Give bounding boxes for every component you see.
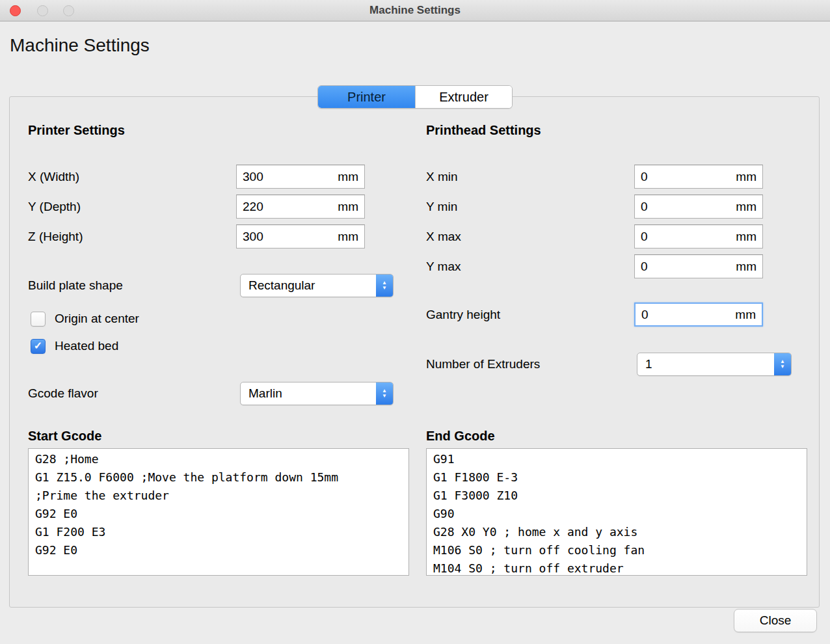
x-min-label: X min [426,165,458,189]
tab-bar: Printer Extruder [317,85,513,109]
x-width-input[interactable]: mm [236,165,365,189]
window-title-bar: Machine Settings [0,0,830,21]
gantry-height-value[interactable] [641,308,730,322]
y-min-label: Y min [426,195,457,219]
number-of-extruders-label: Number of Extruders [426,353,540,376]
x-width-value[interactable] [243,170,332,184]
build-plate-shape-label: Build plate shape [28,274,123,297]
start-gcode-heading: Start Gcode [28,429,101,444]
x-width-label: X (Width) [28,165,79,189]
unit-label: mm [736,170,756,184]
start-gcode-textarea[interactable]: G28 ;Home G1 Z15.0 F6000 ;Move the platf… [28,448,409,576]
unit-label: mm [338,170,358,184]
y-max-value[interactable] [641,260,730,274]
unit-label: mm [735,308,756,322]
tab-printer[interactable]: Printer [318,86,415,108]
unit-label: mm [338,200,358,214]
number-of-extruders-select[interactable]: 1 ▲ ▼ [637,353,792,376]
select-stepper[interactable]: ▲ ▼ [774,353,791,375]
heated-bed-row[interactable]: ✓ Heated bed [31,338,118,354]
x-max-label: X max [426,224,461,248]
y-max-input[interactable]: mm [634,254,763,278]
end-gcode-heading: End Gcode [426,429,495,444]
origin-at-center-checkbox[interactable] [31,312,46,327]
gantry-height-input[interactable]: mm [634,302,763,327]
x-min-input[interactable]: mm [634,165,763,189]
gcode-flavor-label: Gcode flavor [28,382,98,405]
y-max-label: Y max [426,254,461,278]
gcode-flavor-select[interactable]: Marlin ▲ ▼ [240,382,394,405]
chevron-down-icon: ▼ [382,286,387,291]
unit-label: mm [338,230,358,244]
window-title: Machine Settings [0,0,830,21]
z-height-label: Z (Height) [28,224,83,248]
y-min-input[interactable]: mm [634,195,763,219]
gantry-height-label: Gantry height [426,302,500,327]
select-stepper[interactable]: ▲ ▼ [376,382,393,405]
unit-label: mm [736,260,756,274]
settings-panel: Printer Settings X (Width) mm Y (Depth) … [9,96,820,608]
x-max-value[interactable] [641,230,730,244]
select-stepper[interactable]: ▲ ▼ [376,275,393,297]
gcode-flavor-value: Marlin [248,386,282,401]
y-depth-input[interactable]: mm [236,195,365,219]
build-plate-shape-value: Rectangular [248,278,315,293]
page-title: Machine Settings [10,35,150,56]
x-min-value[interactable] [641,170,730,184]
x-max-input[interactable]: mm [634,224,763,248]
heated-bed-checkbox[interactable]: ✓ [31,339,46,354]
y-depth-value[interactable] [243,200,332,214]
y-depth-label: Y (Depth) [28,195,81,219]
number-of-extruders-value: 1 [645,357,652,371]
chevron-down-icon: ▼ [382,394,387,399]
heated-bed-label: Heated bed [55,339,118,353]
unit-label: mm [736,230,756,244]
chevron-down-icon: ▼ [780,364,785,369]
unit-label: mm [736,200,756,214]
origin-at-center-row[interactable]: Origin at center [31,311,139,327]
printhead-settings-heading: Printhead Settings [426,123,541,138]
z-height-input[interactable]: mm [236,224,365,248]
build-plate-shape-select[interactable]: Rectangular ▲ ▼ [240,274,394,297]
close-button[interactable]: Close [734,609,817,632]
printer-settings-heading: Printer Settings [28,123,125,138]
end-gcode-textarea[interactable]: G91 G1 F1800 E-3 G1 F3000 Z10 G90 G28 X0… [426,448,807,576]
checkmark-icon: ✓ [34,341,42,351]
y-min-value[interactable] [641,200,730,214]
tab-extruder[interactable]: Extruder [415,86,512,108]
z-height-value[interactable] [243,230,332,244]
origin-at-center-label: Origin at center [55,312,139,326]
